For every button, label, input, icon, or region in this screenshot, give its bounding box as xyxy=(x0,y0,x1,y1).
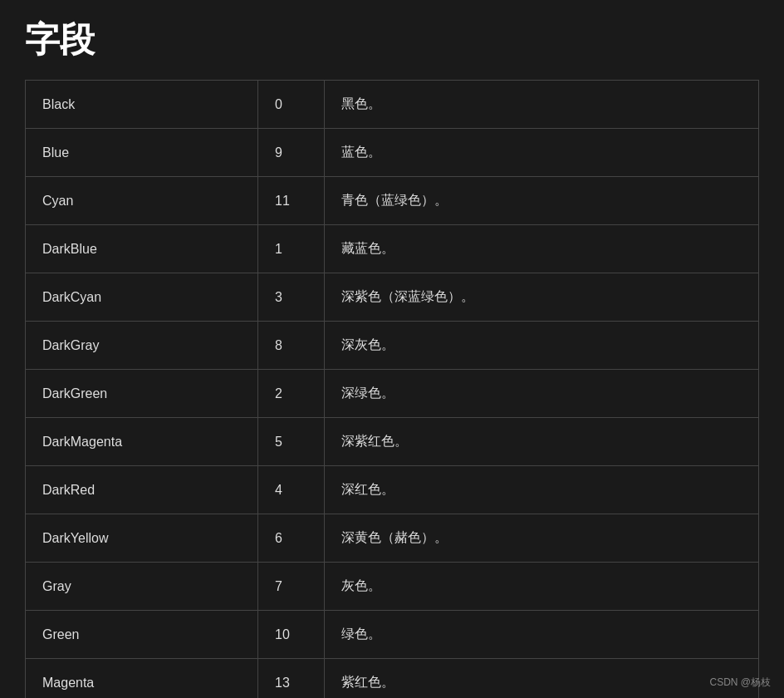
row-name: Green xyxy=(26,611,258,659)
row-value: 1 xyxy=(258,225,325,273)
row-description: 深绿色。 xyxy=(325,370,759,418)
row-name: DarkGray xyxy=(26,322,258,370)
row-name: Cyan xyxy=(26,177,258,225)
row-description: 深灰色。 xyxy=(325,322,759,370)
row-description: 深紫色（深蓝绿色）。 xyxy=(325,273,759,322)
row-value: 10 xyxy=(258,611,325,659)
row-name: Blue xyxy=(26,129,258,177)
row-description: 藏蓝色。 xyxy=(325,225,759,273)
table-row: Blue9蓝色。 xyxy=(26,129,759,177)
page-container: 字段 Black0黑色。Blue9蓝色。Cyan11青色（蓝绿色）。DarkBl… xyxy=(0,0,784,698)
table-row: Green10绿色。 xyxy=(26,611,759,659)
table-row: DarkYellow6深黄色（赭色）。 xyxy=(26,514,759,563)
row-name: DarkGreen xyxy=(26,370,258,418)
row-name: DarkBlue xyxy=(26,225,258,273)
row-value: 2 xyxy=(258,370,325,418)
watermark: CSDN @杨枝 xyxy=(709,676,771,690)
row-value: 9 xyxy=(258,129,325,177)
row-name: DarkRed xyxy=(26,466,258,514)
row-description: 灰色。 xyxy=(325,563,759,611)
table-row: Gray7灰色。 xyxy=(26,563,759,611)
row-description: 黑色。 xyxy=(325,81,759,129)
table-row: DarkBlue1藏蓝色。 xyxy=(26,225,759,273)
row-description: 深黄色（赭色）。 xyxy=(325,514,759,563)
table-row: DarkGray8深灰色。 xyxy=(26,322,759,370)
row-description: 紫红色。 xyxy=(325,659,759,699)
table-row: DarkCyan3深紫色（深蓝绿色）。 xyxy=(26,273,759,322)
table-row: DarkMagenta5深紫红色。 xyxy=(26,418,759,466)
row-name: Black xyxy=(26,81,258,129)
table-row: Cyan11青色（蓝绿色）。 xyxy=(26,177,759,225)
row-value: 4 xyxy=(258,466,325,514)
page-title: 字段 xyxy=(25,17,759,63)
table-row: Magenta13紫红色。 xyxy=(26,659,759,699)
row-value: 3 xyxy=(258,273,325,322)
row-value: 8 xyxy=(258,322,325,370)
row-value: 7 xyxy=(258,563,325,611)
table-row: Black0黑色。 xyxy=(26,81,759,129)
row-name: DarkMagenta xyxy=(26,418,258,466)
row-value: 13 xyxy=(258,659,325,699)
row-description: 绿色。 xyxy=(325,611,759,659)
row-name: DarkYellow xyxy=(26,514,258,563)
row-value: 5 xyxy=(258,418,325,466)
row-description: 深红色。 xyxy=(325,466,759,514)
row-description: 深紫红色。 xyxy=(325,418,759,466)
row-name: Gray xyxy=(26,563,258,611)
row-name: Magenta xyxy=(26,659,258,699)
row-value: 6 xyxy=(258,514,325,563)
table-row: DarkRed4深红色。 xyxy=(26,466,759,514)
row-name: DarkCyan xyxy=(26,273,258,322)
table-row: DarkGreen2深绿色。 xyxy=(26,370,759,418)
row-description: 青色（蓝绿色）。 xyxy=(325,177,759,225)
row-value: 11 xyxy=(258,177,325,225)
row-description: 蓝色。 xyxy=(325,129,759,177)
data-table: Black0黑色。Blue9蓝色。Cyan11青色（蓝绿色）。DarkBlue1… xyxy=(25,80,759,698)
row-value: 0 xyxy=(258,81,325,129)
